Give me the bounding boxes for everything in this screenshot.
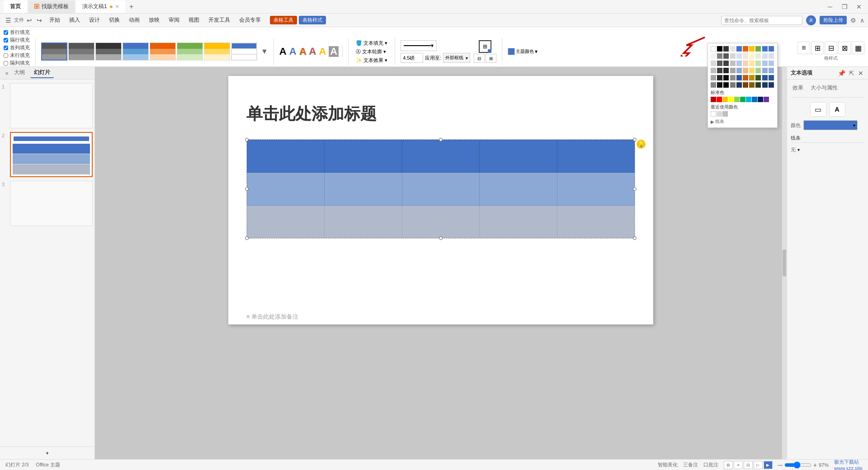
- tc-6-10[interactable]: [769, 82, 774, 88]
- caption-area[interactable]: ≡ 单击此处添加备注: [246, 313, 635, 321]
- normal-view-btn[interactable]: ⊞: [724, 461, 733, 469]
- total-row-check[interactable]: [4, 53, 8, 58]
- gallery-style-3[interactable]: [95, 42, 122, 61]
- slide-title[interactable]: 单击此处添加标题: [246, 103, 377, 125]
- lines-section[interactable]: 线条: [791, 134, 864, 143]
- tc-2-10[interactable]: [769, 53, 774, 59]
- color-dark[interactable]: [723, 46, 729, 52]
- tc-3-10[interactable]: [769, 61, 774, 66]
- table-cell-3-2[interactable]: [325, 205, 402, 238]
- theme-color-btn[interactable]: 主题颜色 ▾: [508, 48, 538, 55]
- sidebar-tab-outline[interactable]: 大纲: [10, 68, 28, 78]
- more-colors-row[interactable]: ▶ 线条: [711, 118, 774, 125]
- style-icon-1[interactable]: ≡: [797, 42, 810, 54]
- tc-4-3[interactable]: [723, 68, 729, 73]
- cloud-icon[interactable]: 未: [806, 15, 816, 25]
- tc-2-9[interactable]: [762, 53, 768, 59]
- tc-2-7[interactable]: [749, 53, 755, 59]
- banded-rows-checkbox[interactable]: 隔行填充: [4, 37, 30, 43]
- table-cell-1-1[interactable]: [247, 140, 325, 173]
- resize-tc[interactable]: [439, 138, 443, 141]
- tc-6-3[interactable]: [723, 82, 729, 88]
- close-btn[interactable]: ✕: [854, 1, 864, 12]
- border-dropdown-icon[interactable]: ▾: [431, 42, 434, 49]
- table-row-3[interactable]: [247, 205, 635, 238]
- border-icon-btn[interactable]: ⊞ ⊟ ⊞: [474, 40, 496, 63]
- sc-10[interactable]: [764, 97, 769, 102]
- tc-2-1[interactable]: [711, 53, 716, 59]
- sc-2[interactable]: [717, 97, 722, 102]
- banded-cols-checkbox[interactable]: 隔列填充: [4, 60, 30, 66]
- slide-sorter-btn[interactable]: ⊟: [744, 461, 753, 469]
- style-icon-5[interactable]: ▦: [852, 42, 864, 54]
- gallery-style-4[interactable]: [123, 42, 149, 61]
- color-yellow1[interactable]: [749, 46, 755, 52]
- border-line-btn[interactable]: ▾: [401, 40, 437, 51]
- sc-7[interactable]: [746, 97, 751, 102]
- gallery-style-8[interactable]: [231, 42, 257, 61]
- text-A-blue[interactable]: A: [289, 47, 297, 56]
- menu-design[interactable]: 设计: [85, 15, 104, 25]
- file-menu[interactable]: 文件: [14, 17, 24, 24]
- panel-pin-icon[interactable]: 📌: [837, 69, 846, 78]
- tc-5-5[interactable]: [736, 75, 742, 80]
- upload-btn[interactable]: 抢险上传: [820, 16, 847, 24]
- new-tab-btn[interactable]: +: [126, 1, 137, 12]
- tc-3-6[interactable]: [743, 61, 748, 66]
- text-A-black[interactable]: A: [279, 47, 287, 56]
- table-cell-1-3[interactable]: [402, 140, 479, 173]
- panel-fill-icon-btn[interactable]: ▭: [810, 102, 826, 117]
- header-row-checkbox[interactable]: 首行填充: [4, 29, 30, 36]
- sc-3[interactable]: [722, 97, 728, 102]
- resize-bl[interactable]: [245, 236, 249, 240]
- tc-6-9[interactable]: [762, 82, 768, 88]
- table-cell-2-4[interactable]: [480, 173, 557, 205]
- zoom-slider[interactable]: [784, 461, 811, 469]
- eraser-btn[interactable]: ⊟: [474, 54, 485, 63]
- text-outline-btn[interactable]: Ⓐ 文本轮廓 ▾: [354, 48, 389, 56]
- menu-transition[interactable]: 切换: [105, 15, 123, 25]
- tc-4-2[interactable]: [717, 68, 722, 73]
- color-blue1[interactable]: [736, 46, 742, 52]
- text-A-orange[interactable]: A: [299, 47, 307, 56]
- color-white[interactable]: [711, 46, 716, 52]
- apply-to-dropdown[interactable]: 外部框线 ▾: [443, 53, 470, 63]
- table-cell-2-3[interactable]: [402, 173, 479, 205]
- settings-icon[interactable]: ⚙: [850, 17, 856, 24]
- rc-2[interactable]: [717, 111, 722, 117]
- border-thickness-field[interactable]: [401, 53, 423, 63]
- panel-tab-effect[interactable]: 效果: [791, 83, 805, 93]
- tc-2-4[interactable]: [730, 53, 736, 59]
- tc-4-4[interactable]: [730, 68, 736, 73]
- resize-tr[interactable]: [633, 138, 637, 141]
- notes-btn[interactable]: 三备注: [683, 461, 698, 468]
- menu-start[interactable]: 开始: [46, 15, 64, 25]
- slide-preview-2[interactable]: [10, 132, 93, 177]
- tc-3-8[interactable]: [755, 61, 761, 66]
- outline-dropdown-icon[interactable]: ▾: [383, 49, 386, 55]
- restore-btn[interactable]: ❐: [839, 1, 850, 12]
- tc-5-10[interactable]: [769, 75, 774, 80]
- color-orange1[interactable]: [743, 46, 748, 52]
- rc-1[interactable]: [711, 111, 716, 117]
- reading-view-btn[interactable]: ▷: [754, 461, 763, 469]
- menu-review[interactable]: 审阅: [165, 15, 183, 25]
- redo-icon[interactable]: ↪: [35, 16, 44, 25]
- color-black[interactable]: [717, 46, 722, 52]
- resize-br[interactable]: [633, 236, 637, 240]
- table-row-1[interactable]: [247, 140, 635, 173]
- tc-4-5[interactable]: [736, 68, 742, 73]
- sidebar-collapse-btn[interactable]: «: [4, 69, 10, 77]
- slide-thumb-1[interactable]: 1: [2, 83, 93, 128]
- text-A-red[interactable]: A: [309, 47, 316, 56]
- resize-mr[interactable]: [633, 187, 637, 191]
- tc-6-1[interactable]: [711, 82, 716, 88]
- sc-9[interactable]: [758, 97, 763, 102]
- table-cell-2-1[interactable]: [247, 173, 325, 205]
- resize-ml[interactable]: [245, 187, 249, 191]
- table-cell-2-5[interactable]: [557, 173, 634, 205]
- gallery-style-5[interactable]: [150, 42, 176, 61]
- header-row-check[interactable]: [4, 30, 8, 35]
- slide-thumb-2[interactable]: 2: [2, 132, 93, 177]
- menu-playback[interactable]: 放映: [145, 15, 163, 25]
